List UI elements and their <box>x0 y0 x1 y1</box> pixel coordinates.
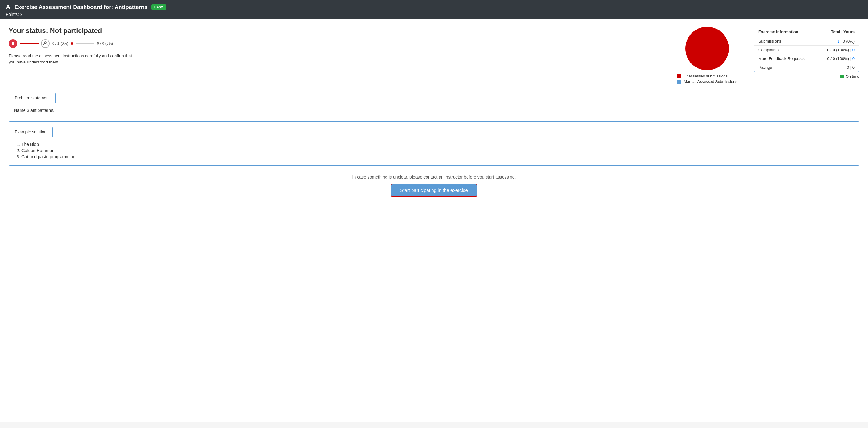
legend-box-red <box>677 74 681 78</box>
difficulty-badge: Easy <box>151 4 166 10</box>
chart-legend: Unassessed submissions Manual Assessed S… <box>677 74 737 84</box>
problem-tab-bar: Problem statement <box>9 93 859 103</box>
status-title: Your status: Not participated <box>9 27 660 35</box>
info-row-label-feedback: More Feedback Requests <box>758 56 805 61</box>
info-col1: Exercise information <box>758 30 798 34</box>
bottom-section: In case something is unclear, please con… <box>9 174 859 197</box>
list-item: Cut and paste programming <box>22 154 854 159</box>
contact-text: In case something is unclear, please con… <box>9 174 859 179</box>
svg-rect-0 <box>12 42 14 45</box>
info-col2: Total | Yours <box>831 30 855 34</box>
info-row-value-complaints: 0 / 0 (100%) | 0 <box>827 48 855 52</box>
progress-label-2: 0 / 0 (0%) <box>97 41 113 46</box>
info-row-value-feedback: 0 / 0 (100%) | 0 <box>827 56 855 61</box>
list-item: The Blob <box>22 142 854 147</box>
info-table-header: Exercise information Total | Yours <box>754 27 859 37</box>
legend-item-manual: Manual Assessed Submissions <box>677 80 737 84</box>
info-row-value-submissions: 1 | 0 (0%) <box>837 39 855 44</box>
info-row-label-complaints: Complaints <box>758 48 778 52</box>
start-participating-button[interactable]: Start participating in the exercise <box>391 184 477 197</box>
app-logo: A <box>6 3 10 11</box>
feedback-link[interactable]: 0 <box>852 56 855 61</box>
instructions-text: Please read the assessment instructions … <box>9 53 139 66</box>
points-label: Points: 2 <box>6 12 862 17</box>
pie-chart <box>685 27 729 70</box>
example-solution-content: The Blob Golden Hammer Cut and paste pro… <box>9 137 859 166</box>
legend-label-manual: Manual Assessed Submissions <box>684 80 737 84</box>
svg-point-1 <box>44 42 46 44</box>
example-solution-section: Example solution The Blob Golden Hammer … <box>9 126 859 166</box>
info-row-ratings: Ratings 0 | 0 <box>754 63 859 72</box>
complaints-link[interactable]: 0 <box>852 48 855 52</box>
tab-example-solution[interactable]: Example solution <box>9 126 53 137</box>
legend-box-blue <box>677 80 681 84</box>
solution-tab-bar: Example solution <box>9 126 859 137</box>
on-time-dot <box>840 75 844 78</box>
info-row-label-submissions: Submissions <box>758 39 781 44</box>
info-row-feedback: More Feedback Requests 0 / 0 (100%) | 0 <box>754 54 859 63</box>
main-content: Your status: Not participated 0 <box>0 19 868 422</box>
info-row-value-ratings: 0 | 0 <box>847 65 855 70</box>
page-title: Exercise Assessment Dashboard for: Antip… <box>14 4 148 10</box>
start-button-wrap: Start participating in the exercise <box>9 184 859 197</box>
info-row-submissions: Submissions 1 | 0 (0%) <box>754 37 859 46</box>
info-row-label-ratings: Ratings <box>758 65 772 70</box>
list-item: Golden Hammer <box>22 148 854 153</box>
tab-problem-statement[interactable]: Problem statement <box>9 93 56 103</box>
exercise-info-table: Exercise information Total | Yours Submi… <box>754 27 859 72</box>
solution-list: The Blob Golden Hammer Cut and paste pro… <box>14 142 854 159</box>
header: A Exercise Assessment Dashboard for: Ant… <box>0 0 868 19</box>
chart-section: Unassessed submissions Manual Assessed S… <box>673 27 741 84</box>
on-time-indicator: On time <box>754 74 859 79</box>
on-time-label: On time <box>846 74 859 79</box>
progress-label-1: 0 / 1 (0%) <box>52 41 68 46</box>
progress-icon-start <box>9 39 18 48</box>
progress-row: 0 / 1 (0%) 0 / 0 (0%) <box>9 39 660 48</box>
problem-statement-section: Problem statement Name 3 antipatterns. <box>9 93 859 122</box>
progress-line-gray <box>76 43 94 44</box>
status-section: Your status: Not participated 0 <box>9 27 660 66</box>
progress-icon-mid <box>41 39 50 48</box>
info-table-section: Exercise information Total | Yours Submi… <box>754 27 859 79</box>
legend-item-unassessed: Unassessed submissions <box>677 74 737 78</box>
legend-label-unassessed: Unassessed submissions <box>684 74 727 78</box>
info-row-complaints: Complaints 0 / 0 (100%) | 0 <box>754 46 859 54</box>
progress-line-red <box>20 43 38 44</box>
submissions-link[interactable]: 1 <box>837 39 839 44</box>
progress-dot <box>71 42 73 45</box>
problem-statement-content: Name 3 antipatterns. <box>9 103 859 122</box>
